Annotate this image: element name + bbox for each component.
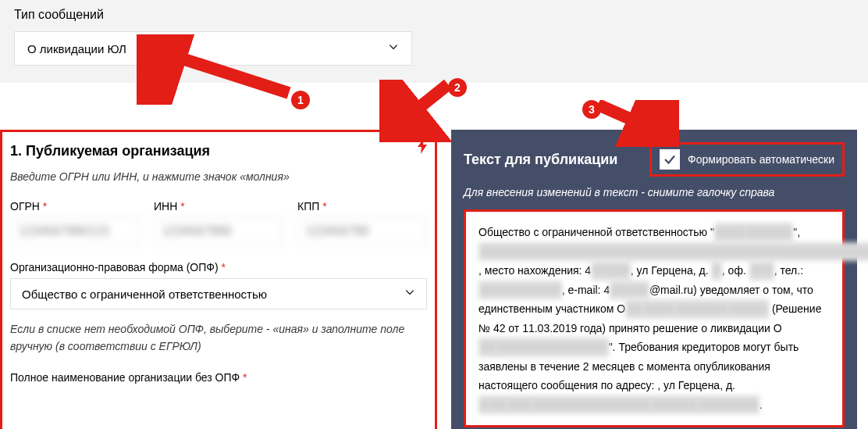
arrow-1	[137, 34, 293, 105]
publication-text-panel: Текст для публикации Формировать автомат…	[451, 130, 857, 429]
opf-label: Организационно-правовая форма (ОПФ) *	[10, 261, 427, 273]
chevron-down-icon	[388, 41, 399, 55]
panel-heading: 1. Публикуемая организация	[10, 143, 427, 159]
inn-input[interactable]: 1234567890	[154, 217, 283, 245]
annotation-badge-1: 1	[291, 91, 310, 109]
svg-line-3	[393, 84, 448, 128]
auto-generate-checkbox[interactable]	[660, 149, 680, 170]
message-type-label: Тип сообщений	[14, 8, 854, 22]
publication-text[interactable]: Общество с ограниченной ответственностью…	[464, 209, 845, 427]
arrow-2	[379, 80, 457, 142]
dropdown-value: О ликвидации ЮЛ	[27, 42, 126, 55]
opf-value: Общество с ограниченной ответственностью	[22, 288, 267, 301]
annotation-badge-3: 3	[582, 100, 601, 119]
svg-line-1	[151, 48, 289, 93]
annotation-badge-2: 2	[448, 78, 467, 97]
publication-title: Текст для публикации	[464, 152, 617, 168]
ogrn-label: ОГРН *	[10, 200, 140, 213]
panel-hint: Введите ОГРН или ИНН, и нажмите значок «…	[10, 170, 427, 183]
opf-dropdown[interactable]: Общество с ограниченной ответственностью	[10, 278, 427, 309]
publication-hint: Для внесения изменений в текст - снимите…	[464, 186, 845, 198]
inn-label: ИНН *	[154, 200, 283, 213]
auto-generate-wrap: Формировать автоматически	[649, 142, 845, 177]
arrow-3	[593, 100, 679, 147]
kpp-label: КПП *	[297, 200, 427, 213]
ogrn-input[interactable]: 1234567890123	[10, 217, 140, 245]
kpp-input[interactable]: 123456789	[297, 217, 427, 245]
svg-line-5	[598, 105, 662, 133]
publishing-org-panel: 1. Публикуемая организация Введите ОГРН …	[0, 130, 437, 429]
top-section: Тип сообщений О ликвидации ЮЛ	[0, 0, 868, 83]
full-name-label: Полное наименование организации без ОПФ …	[10, 371, 427, 384]
opf-note: Если в списке нет необходимой ОПФ, выбер…	[10, 320, 427, 356]
chevron-down-icon	[404, 287, 415, 301]
auto-generate-label: Формировать автоматически	[688, 153, 834, 166]
